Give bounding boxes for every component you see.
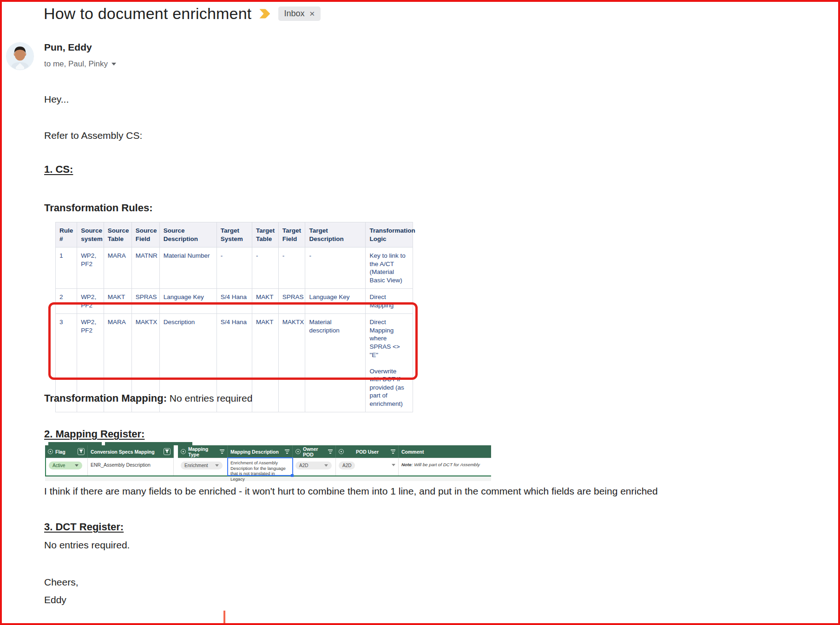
- pod-user-value: A2D: [342, 462, 351, 469]
- cell-fill-handle[interactable]: [291, 474, 294, 477]
- column-header: Target Description: [305, 222, 366, 247]
- visibility-icon: [339, 449, 344, 454]
- register-data-row: Active ENR_Assembly Description Enrichme…: [45, 458, 491, 475]
- transformation-mapping-label: Transformation Mapping:: [44, 392, 167, 404]
- column-header-mapping-description[interactable]: Mapping Description: [228, 445, 293, 458]
- table-cell: WP2, PF2: [77, 247, 104, 289]
- register-header-row: Flag Conversion Specs Mapping Mapping Ty…: [45, 445, 491, 458]
- column-header: Source Table: [104, 222, 131, 247]
- flag-cell[interactable]: Active: [46, 458, 88, 475]
- mapping-type-cell[interactable]: Enrichment: [178, 458, 228, 475]
- recipients-text: to me, Paul, Pinky: [44, 59, 108, 69]
- column-header: Rule #: [56, 222, 77, 247]
- table-row: 2WP2, PF2MAKTSPRASLanguage KeyS/4 HanaMA…: [56, 289, 413, 314]
- table-cell: Language Key: [159, 289, 217, 314]
- filter-bars-icon[interactable]: [391, 449, 395, 454]
- transformation-mapping-value: No entries required: [170, 393, 253, 404]
- column-header: Target Field: [278, 222, 305, 247]
- table-cell: Key to link to the A/CT (Material Basic …: [366, 247, 413, 289]
- column-header-owner-pod[interactable]: Owner POD: [293, 445, 336, 458]
- mapping-description-value: Enrichment of Assembly Description for t…: [230, 460, 289, 482]
- visibility-icon: [181, 449, 186, 454]
- filter-funnel-icon[interactable]: [164, 448, 171, 455]
- column-header-label: Mapping Description: [230, 449, 282, 455]
- mapping-description-cell[interactable]: Enrichment of Assembly Description for t…: [228, 458, 293, 475]
- column-header-comment[interactable]: Comment: [399, 445, 491, 458]
- table-cell: Language Key: [305, 289, 366, 314]
- section1-heading: 1. CS:: [44, 163, 73, 176]
- pane-divider: [174, 445, 178, 458]
- table-cell: 2: [56, 289, 77, 314]
- filter-bars-icon[interactable]: [328, 449, 333, 454]
- transformation-mapping-line: Transformation Mapping: No entries requi…: [44, 392, 252, 404]
- dropdown-caret-icon: [75, 464, 79, 467]
- pod-user-cell[interactable]: A2D: [336, 458, 399, 475]
- table-cell: Material Number: [159, 247, 217, 289]
- filter-bars-icon[interactable]: [285, 449, 289, 454]
- section3-text: No entries required.: [44, 540, 130, 551]
- table-cell: -: [305, 247, 366, 289]
- dropdown-caret-icon[interactable]: [392, 464, 395, 466]
- remove-label-icon[interactable]: ✕: [309, 10, 315, 18]
- signoff-text: Cheers,: [44, 577, 79, 588]
- table-cell: SPRAS: [131, 289, 159, 314]
- table-cell: MAKT: [104, 289, 131, 314]
- red-caret-marker: [223, 611, 225, 625]
- column-header: Transformation Logic: [366, 222, 413, 247]
- dropdown-caret-icon: [324, 464, 328, 467]
- inbox-label-text: Inbox: [284, 9, 304, 19]
- table-cell: MARA: [104, 247, 131, 289]
- table-cell: Material description: [305, 314, 366, 412]
- column-header: Source Field: [131, 222, 159, 247]
- column-header-label: Flag: [55, 449, 75, 455]
- visibility-icon: [48, 449, 53, 454]
- column-header-label: Comment: [401, 449, 488, 455]
- email-subject: How to document enrichment: [44, 5, 251, 23]
- email-view: How to document enrichment Inbox ✕ Pun, …: [0, 0, 840, 625]
- column-header-pod-user[interactable]: POD User: [336, 445, 399, 458]
- subject-row: How to document enrichment Inbox ✕: [44, 5, 321, 23]
- owner-pod-value: A2D: [299, 462, 308, 469]
- table-row: 1WP2, PF2MARAMATNRMaterial Number----Key…: [56, 247, 413, 289]
- cropped-row-strip: [45, 442, 491, 445]
- owner-pod-dropdown[interactable]: A2D: [295, 462, 332, 469]
- sender-name[interactable]: Pun, Eddy: [44, 42, 92, 53]
- transformation-rules-table: Rule #Source systemSource TableSource Fi…: [55, 222, 413, 412]
- table-cell: WP2, PF2: [77, 289, 104, 314]
- pane-divider: [174, 458, 178, 475]
- dropdown-caret-icon: [215, 464, 219, 467]
- table-cell: -: [217, 247, 252, 289]
- sender-avatar[interactable]: [7, 43, 33, 70]
- refer-line-text: Refer to Assembly CS:: [44, 130, 142, 141]
- conversion-specs-mapping-cell[interactable]: ENR_Assembly Description: [88, 458, 174, 475]
- table-cell: Direct Mapping where SPRAS <> "E" Overwr…: [366, 314, 413, 412]
- column-header-flag[interactable]: Flag: [45, 445, 88, 458]
- mapping-type-dropdown[interactable]: Enrichment: [181, 462, 223, 469]
- owner-pod-cell[interactable]: A2D: [293, 458, 336, 475]
- comment-paragraph: I think if there are many fields to be e…: [44, 486, 820, 497]
- section2-heading: 2. Mapping Register:: [44, 428, 144, 440]
- filter-funnel-icon[interactable]: [78, 448, 85, 455]
- mapping-type-value: Enrichment: [184, 462, 208, 469]
- column-header-mapping-type[interactable]: Mapping Type: [178, 445, 228, 458]
- column-header-label: Conversion Specs Mapping: [91, 449, 161, 455]
- conversion-specs-mapping-value: ENR_Assembly Description: [91, 462, 151, 468]
- recipients-line[interactable]: to me, Paul, Pinky: [44, 59, 116, 69]
- show-details-icon[interactable]: [112, 63, 116, 65]
- comment-value: Note: Will be part of DCT for Assembly: [401, 460, 480, 467]
- column-header-label: POD User: [346, 449, 388, 455]
- important-marker-icon[interactable]: [259, 9, 271, 19]
- column-header-label: Owner POD: [303, 446, 326, 457]
- pod-user-chip[interactable]: A2D: [339, 462, 355, 469]
- table-cell: S/4 Hana: [217, 289, 252, 314]
- table-cell: MAKT: [252, 289, 278, 314]
- column-header: Source system: [77, 222, 104, 247]
- inbox-label-chip[interactable]: Inbox ✕: [278, 7, 321, 21]
- filter-bars-icon[interactable]: [220, 449, 224, 454]
- comment-cell[interactable]: Note: Will be part of DCT for Assembly: [399, 458, 491, 475]
- column-header-conversion-specs-mapping[interactable]: Conversion Specs Mapping: [88, 445, 174, 458]
- column-header: Source Description: [159, 222, 217, 247]
- flag-dropdown[interactable]: Active: [49, 462, 82, 469]
- signature-text: Eddy: [44, 594, 66, 605]
- table-cell: 1: [56, 247, 77, 289]
